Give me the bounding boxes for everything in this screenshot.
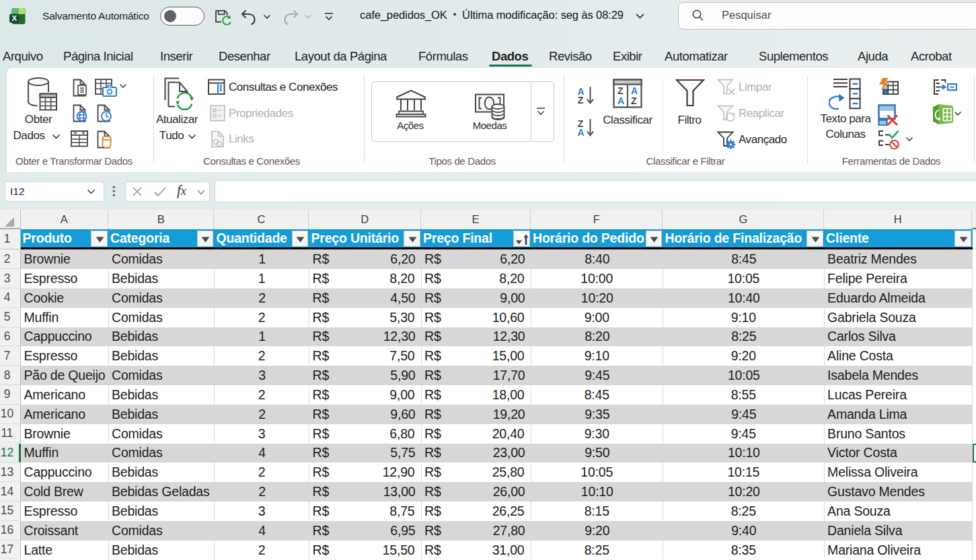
svg-text:A: A <box>617 95 624 106</box>
svg-text:Z: Z <box>631 95 637 106</box>
svg-text:Z: Z <box>578 95 584 106</box>
svg-text:A: A <box>578 127 585 138</box>
svg-text:A: A <box>631 85 638 96</box>
svg-text:Z: Z <box>617 85 624 96</box>
svg-text:X: X <box>11 14 17 22</box>
